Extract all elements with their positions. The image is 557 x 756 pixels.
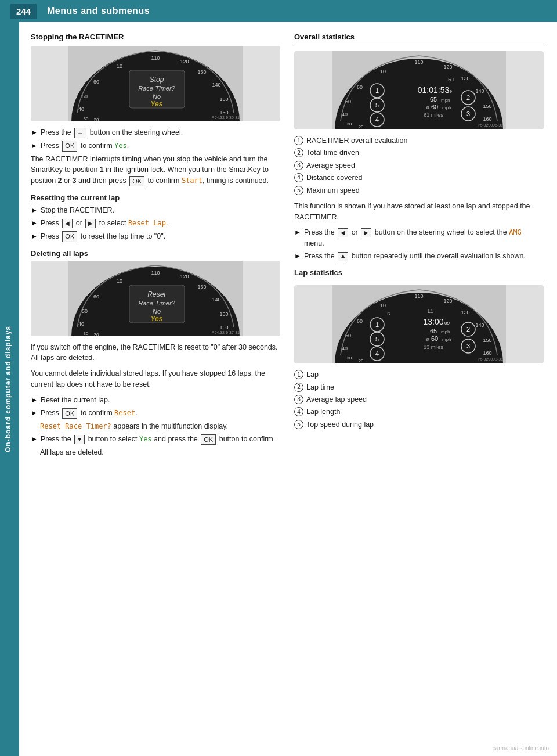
inst-del-2: ► Press OK to confirm Reset. (31, 408, 280, 419)
body-text-overall: This function is shown if you have store… (294, 201, 544, 223)
svg-text:13 miles: 13 miles (424, 344, 443, 350)
btn-right-overall[interactable] (361, 228, 371, 237)
svg-text:130: 130 (461, 309, 469, 315)
svg-text:No: No (153, 93, 161, 100)
svg-text:1: 1 (375, 87, 379, 94)
page-number: 244 (10, 4, 37, 19)
svg-text:30: 30 (84, 116, 89, 121)
svg-text:10: 10 (117, 278, 122, 284)
svg-text:60: 60 (93, 79, 99, 85)
svg-text:mph: mph (442, 105, 451, 110)
svg-text:10: 10 (117, 63, 122, 69)
list-item: 4 Distance covered (294, 172, 544, 183)
gauge-svg-overall: 60 50 40 30 20 10 110 120 130 140 150 16… (294, 51, 544, 129)
num-badge-4: 4 (294, 173, 303, 182)
gauge-image-reset: 60 50 40 30 20 10 110 120 130 140 150 16… (31, 261, 280, 336)
body-text-delete-1: If you switch off the engine, the RACETI… (31, 342, 280, 364)
overall-stats-list: 1 RACETIMER overall evaluation 2 Total t… (294, 135, 544, 196)
inst-overall-1: ► Press the or button on the steering wh… (294, 227, 544, 249)
svg-text:120: 120 (443, 298, 452, 304)
svg-text:30: 30 (347, 355, 352, 361)
btn-ok-4[interactable]: OK (201, 434, 216, 445)
btn-left-overall[interactable] (338, 228, 348, 237)
svg-text:65: 65 (430, 96, 437, 103)
list-item: 2 Lap time (294, 382, 544, 393)
list-item: 1 RACETIMER overall evaluation (294, 135, 544, 146)
btn-left-1[interactable] (62, 219, 73, 228)
body-text-delete-2: You cannot delete individual stored laps… (31, 368, 280, 390)
svg-text:2: 2 (466, 94, 470, 101)
svg-text:60: 60 (431, 103, 438, 110)
arrow-icon: ► (31, 206, 38, 215)
btn-ok-3[interactable]: OK (62, 408, 77, 419)
gauge-svg-stop: 60 50 40 30 20 10 110 120 130 140 150 16… (31, 46, 280, 121)
lap-badge-3: 3 (294, 395, 303, 404)
svg-text:160: 160 (483, 350, 491, 356)
lap-badge-1: 1 (294, 370, 303, 379)
svg-text:40: 40 (78, 106, 84, 112)
svg-text:30: 30 (347, 121, 352, 127)
list-item: 1 Lap (294, 369, 544, 380)
svg-text:Reset: Reset (147, 290, 166, 298)
svg-text:20: 20 (359, 358, 364, 363)
svg-text:130: 130 (197, 284, 206, 290)
svg-text:40: 40 (78, 321, 84, 327)
arrow-icon: ► (31, 128, 38, 138)
svg-text:61 miles: 61 miles (424, 112, 443, 118)
svg-text:140: 140 (212, 82, 220, 88)
svg-text:ø: ø (426, 105, 429, 110)
list-item: 5 Top speed during lap (294, 419, 544, 430)
body-text-racetimer: The RACETIMER interrupts timing when you… (31, 154, 280, 186)
btn-ok-1[interactable]: OK (62, 141, 77, 151)
list-item: 2 Total time driven (294, 147, 544, 159)
svg-text:40: 40 (342, 111, 348, 117)
header-bar: 244 Menus and submenus (0, 0, 557, 22)
inst-del-5: All laps are deleted. (40, 447, 280, 458)
section-overall-title: Overall statistics (294, 33, 544, 41)
list-item: 3 Average speed (294, 160, 544, 171)
btn-ok-2[interactable]: OK (62, 231, 77, 242)
svg-text:09: 09 (444, 321, 450, 326)
svg-text:No: No (153, 308, 161, 315)
sidebar-accent (16, 22, 19, 756)
inst-reset-1: ► Stop the RACETIMER. (31, 205, 280, 215)
svg-text:2: 2 (466, 326, 470, 333)
left-column: Stopping the RACETIMER 60 50 40 30 20 10 (31, 33, 280, 460)
btn-right-1[interactable] (85, 219, 96, 228)
svg-text:Yes: Yes (151, 315, 163, 323)
arrow-icon: ► (294, 228, 301, 237)
svg-text:Stop: Stop (150, 75, 164, 84)
svg-text:150: 150 (483, 337, 491, 343)
svg-text:3: 3 (466, 110, 470, 117)
svg-text:4: 4 (375, 350, 379, 357)
btn-minus[interactable]: ← (74, 128, 86, 138)
num-badge-1: 1 (294, 136, 303, 145)
btn-up-overall[interactable] (338, 252, 348, 261)
arrow-icon: ► (294, 251, 301, 261)
num-badge-5: 5 (294, 186, 303, 195)
arrow-icon: ► (31, 395, 38, 405)
section-divider-1 (294, 46, 544, 46)
svg-text:10: 10 (380, 69, 386, 74)
gauge-image-stop: 60 50 40 30 20 10 110 120 130 140 150 16… (31, 46, 280, 121)
sidebar-label-text: On-board computer and displays (4, 326, 12, 452)
arrow-icon: ► (31, 218, 38, 228)
watermark: carmanualsonline.info (493, 745, 549, 751)
list-item: 3 Average lap speed (294, 394, 544, 405)
svg-text:140: 140 (212, 297, 220, 303)
lap-badge-2: 2 (294, 383, 303, 392)
btn-ok-inline[interactable]: OK (129, 176, 144, 186)
lap-badge-5: 5 (294, 420, 303, 429)
list-item: 5 Maximum speed (294, 185, 544, 196)
svg-text:65: 65 (430, 327, 437, 334)
svg-text:20: 20 (94, 332, 99, 336)
svg-text:S: S (387, 311, 390, 316)
section-delete-laps-title: Deleting all laps (31, 249, 280, 258)
inst-reset-2: ► Press or to select Reset Lap. (31, 218, 280, 228)
svg-text:P5 329096-31: P5 329096-31 (478, 123, 503, 127)
btn-down-1[interactable] (74, 435, 85, 444)
svg-text:160: 160 (219, 110, 228, 116)
svg-text:mph: mph (442, 337, 451, 342)
svg-text:1: 1 (375, 321, 379, 328)
lap-stats-list: 1 Lap 2 Lap time 3 Average lap speed 4 L… (294, 369, 544, 430)
